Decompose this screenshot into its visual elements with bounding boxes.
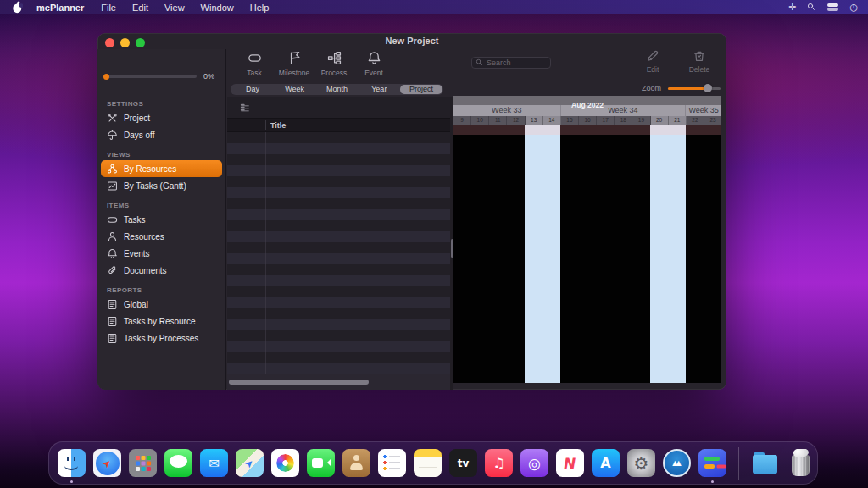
menu-window[interactable]: Window: [201, 3, 234, 13]
dock-messages-icon[interactable]: [164, 449, 192, 477]
sidebar-item-tasks-by-resource[interactable]: Tasks by Resource: [101, 313, 222, 330]
table-row[interactable]: [227, 231, 450, 242]
table-row[interactable]: [227, 363, 450, 374]
menu-edit[interactable]: Edit: [132, 3, 148, 13]
segment-week[interactable]: Week: [274, 85, 316, 94]
dock-tv-icon[interactable]: [449, 449, 477, 477]
table-row[interactable]: [227, 330, 450, 341]
section-label-views: VIEWS: [97, 150, 225, 160]
edit-button[interactable]: Edit: [637, 49, 669, 74]
table-row[interactable]: [227, 264, 450, 275]
sidebar-item-by-tasks-gantt-[interactable]: By Tasks (Gantt): [101, 177, 222, 194]
section-label-settings: SETTINGS: [97, 99, 225, 109]
zoom-slider-knob[interactable]: [704, 84, 712, 92]
menu-view[interactable]: View: [164, 3, 185, 13]
dock-mail-icon[interactable]: [200, 449, 228, 477]
menu-help[interactable]: Help: [250, 3, 270, 13]
table-row[interactable]: [227, 154, 450, 165]
dock-launchpad-icon[interactable]: [129, 449, 157, 477]
horizontal-scrollbar-thumb[interactable]: [229, 380, 369, 385]
spotlight-icon[interactable]: [807, 3, 816, 12]
table-row[interactable]: [227, 253, 450, 264]
search-field[interactable]: [471, 57, 551, 69]
column-divider[interactable]: [265, 120, 266, 130]
table-row[interactable]: [227, 209, 450, 220]
menu-file[interactable]: File: [101, 3, 116, 13]
sidebar-item-days-off[interactable]: Days off: [101, 126, 222, 143]
segment-project[interactable]: Project: [400, 85, 442, 94]
dock-podcasts-icon[interactable]: [520, 449, 548, 477]
sidebar-item-project[interactable]: Project: [101, 109, 222, 126]
dock-music-icon[interactable]: [485, 449, 513, 477]
close-button[interactable]: [105, 38, 114, 47]
facetime-app-icon: [307, 449, 335, 477]
dock-finder-icon[interactable]: [58, 449, 86, 477]
dock-contacts-icon[interactable]: [342, 449, 370, 477]
menubar-app-name[interactable]: mcPlanner: [36, 3, 84, 13]
sidebar-item-events[interactable]: Events: [101, 245, 222, 262]
sidebar-item-global[interactable]: Global: [101, 296, 222, 313]
sidebar-item-tasks[interactable]: Tasks: [101, 211, 222, 228]
table-row[interactable]: [227, 132, 450, 143]
dock-system-preferences-icon[interactable]: [627, 449, 655, 477]
table-row[interactable]: [227, 165, 450, 176]
table-row[interactable]: [227, 341, 450, 352]
dock-facetime-icon[interactable]: [307, 449, 335, 477]
control-center-icon[interactable]: [827, 3, 838, 11]
dock-app-store-icon[interactable]: [592, 449, 620, 477]
sidebar-item-resources[interactable]: Resources: [101, 228, 222, 245]
sidebar-item-tasks-by-processes[interactable]: Tasks by Processes: [101, 330, 222, 347]
gantt-canvas[interactable]: [453, 135, 721, 383]
day-header-9: 9: [453, 116, 471, 125]
horizontal-scrollbar[interactable]: [227, 374, 450, 390]
table-row[interactable]: [227, 242, 450, 253]
delete-button[interactable]: Delete: [683, 49, 715, 74]
clock-icon[interactable]: ◷: [849, 3, 858, 12]
zoom-button[interactable]: [136, 38, 145, 47]
table-header: Title: [227, 118, 450, 132]
sidebar-item-documents[interactable]: Documents: [101, 262, 222, 279]
apple-menu[interactable]: [12, 1, 23, 14]
process-button[interactable]: Process: [317, 51, 351, 77]
dock-maps-icon[interactable]: [236, 449, 264, 477]
dock-folder-icon[interactable]: [751, 449, 779, 477]
table-row[interactable]: [227, 308, 450, 319]
milestone-button[interactable]: Milestone: [277, 51, 311, 77]
sidebar-item-by-resources[interactable]: By Resources: [101, 160, 222, 177]
table-row[interactable]: [227, 319, 450, 330]
table-row[interactable]: [227, 220, 450, 231]
table-row[interactable]: [227, 176, 450, 187]
dock-photos-icon[interactable]: [271, 449, 299, 477]
dock-mcplanner-icon[interactable]: [698, 449, 726, 477]
person-icon: [107, 231, 118, 242]
table-row[interactable]: [227, 198, 450, 209]
grid-icon[interactable]: [240, 103, 250, 114]
task-icon: [107, 214, 118, 225]
table-row[interactable]: [227, 352, 450, 363]
table-row[interactable]: [227, 286, 450, 297]
sidebar-item-label: Days off: [124, 130, 155, 140]
event-button[interactable]: Event: [357, 51, 391, 77]
search-input[interactable]: [487, 58, 547, 67]
row-column-divider: [265, 198, 266, 209]
dock-safari-icon[interactable]: [93, 449, 121, 477]
table-row[interactable]: [227, 275, 450, 286]
segment-day[interactable]: Day: [231, 85, 274, 94]
table-row[interactable]: [227, 187, 450, 198]
dock-reminders-icon[interactable]: [378, 449, 406, 477]
dock-news-icon[interactable]: [556, 449, 584, 477]
antenna-icon[interactable]: ✛: [788, 3, 796, 12]
minimize-button[interactable]: [120, 38, 130, 47]
table-row[interactable]: [227, 143, 450, 154]
segment-year[interactable]: Year: [358, 85, 400, 94]
segment-month[interactable]: Month: [316, 85, 359, 94]
row-column-divider: [265, 297, 266, 308]
sidebar-item-label: Tasks by Processes: [124, 334, 198, 343]
day-header-20: 20: [651, 116, 669, 125]
task-button[interactable]: Task: [237, 51, 271, 77]
dock-notes-icon[interactable]: [414, 449, 442, 477]
dock-trash-icon[interactable]: [787, 449, 815, 477]
zoom-slider[interactable]: [668, 87, 721, 90]
dock-app-cleaner-icon[interactable]: [663, 449, 691, 477]
table-row[interactable]: [227, 297, 450, 308]
